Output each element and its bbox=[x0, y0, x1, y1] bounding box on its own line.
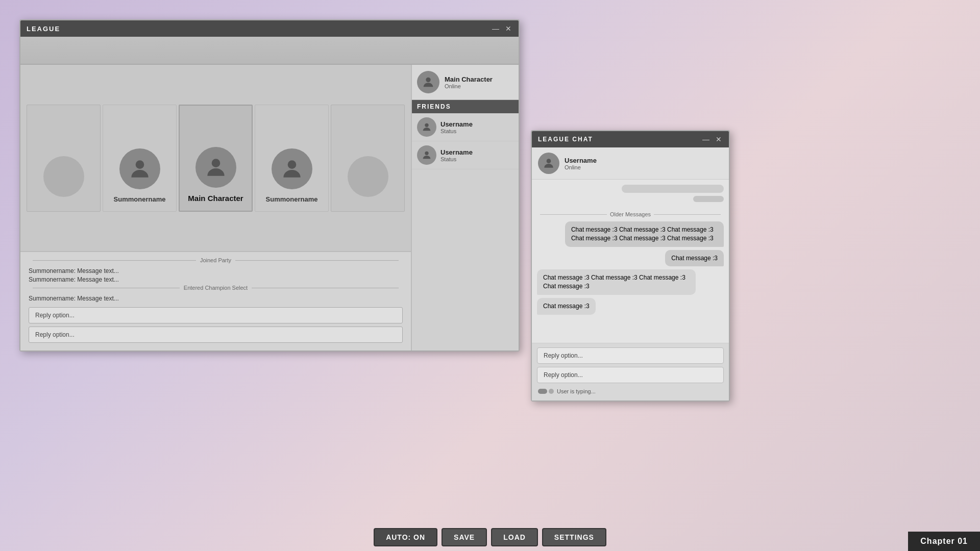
svg-point-1 bbox=[211, 159, 220, 167]
summoner-name: Summonername bbox=[266, 195, 318, 203]
user-icon bbox=[203, 155, 229, 180]
league-content: Summonername Main Character bbox=[20, 65, 519, 350]
chat-minimize-button[interactable]: — bbox=[701, 135, 710, 143]
typing-dots bbox=[538, 389, 554, 394]
auto-button[interactable]: AUTO: ON bbox=[374, 528, 437, 546]
chat-close-button[interactable]: ✕ bbox=[715, 135, 723, 143]
chat-user-info: Username Online bbox=[565, 157, 597, 170]
close-button[interactable]: ✕ bbox=[504, 24, 512, 33]
summoner-slot[interactable]: Summonername bbox=[255, 105, 329, 212]
svg-point-5 bbox=[425, 152, 428, 155]
friend-user-icon bbox=[421, 149, 432, 161]
profile-avatar bbox=[417, 71, 439, 93]
svg-point-0 bbox=[135, 160, 144, 169]
friend-info: Username Status bbox=[440, 120, 473, 134]
friend-item[interactable]: Username Status bbox=[412, 141, 519, 169]
chat-titlebar: LEAGUE CHAT — ✕ bbox=[532, 131, 729, 147]
chat-user-icon bbox=[542, 157, 555, 170]
chat-reply-button[interactable]: Reply option... bbox=[537, 347, 724, 364]
svg-point-4 bbox=[425, 123, 428, 127]
save-button[interactable]: SAVE bbox=[442, 528, 487, 546]
main-character-name: Main Character bbox=[188, 194, 243, 203]
older-messages-divider: Older Messages bbox=[537, 211, 724, 217]
friend-list: Username Status Username Status bbox=[412, 113, 519, 350]
friend-user-icon bbox=[421, 121, 432, 133]
chat-message: Summonername: Message text... bbox=[29, 267, 403, 274]
league-window: LEAGUE — ✕ bbox=[19, 19, 520, 352]
party-area: Summonername Main Character bbox=[20, 65, 411, 251]
chat-messages-area: Older Messages Chat message :3 Chat mess… bbox=[532, 180, 729, 343]
bottom-toolbar: AUTO: ON SAVE LOAD SETTINGS bbox=[0, 523, 980, 551]
chat-user-avatar bbox=[538, 153, 559, 174]
profile-name: Main Character bbox=[445, 76, 493, 83]
typing-indicator: User is typing... bbox=[537, 386, 724, 396]
chat-log-panel: Joined Party Summonername: Message text.… bbox=[20, 251, 411, 350]
friends-section-title: FRIENDS bbox=[412, 100, 519, 113]
reply-option-button[interactable]: Reply option... bbox=[29, 327, 403, 343]
friend-status: Status bbox=[440, 156, 473, 162]
friend-name: Username bbox=[440, 120, 473, 128]
typing-dot bbox=[538, 389, 547, 394]
typing-dot bbox=[549, 389, 554, 394]
chat-window-controls: — ✕ bbox=[701, 135, 723, 143]
avatar bbox=[272, 148, 312, 189]
league-window-title: LEAGUE bbox=[27, 25, 60, 33]
typing-text: User is typing... bbox=[557, 388, 596, 394]
chat-window: LEAGUE CHAT — ✕ Username Online Older Me… bbox=[531, 130, 730, 402]
chat-bubble-right: Chat message :3 Chat message :3 Chat mes… bbox=[565, 221, 724, 247]
profile-status: Online bbox=[445, 83, 493, 89]
chat-bubble-left: Chat message :3 bbox=[537, 298, 596, 315]
chapter-badge: Chapter 01 bbox=[908, 532, 980, 551]
chat-message: Summonername: Message text... bbox=[29, 276, 403, 283]
summoner-slot[interactable] bbox=[331, 105, 405, 212]
svg-point-2 bbox=[287, 160, 296, 169]
settings-button[interactable]: SETTINGS bbox=[542, 528, 606, 546]
chat-user-status: Online bbox=[565, 164, 597, 170]
summoner-slot[interactable]: Summonername bbox=[103, 105, 177, 212]
svg-point-6 bbox=[547, 159, 551, 163]
joined-party-divider: Joined Party bbox=[29, 257, 403, 263]
chat-bubble-right: Chat message :3 bbox=[665, 250, 724, 267]
friend-status: Status bbox=[440, 128, 473, 134]
friend-name: Username bbox=[440, 148, 473, 156]
user-icon bbox=[127, 156, 153, 182]
friend-item[interactable]: Username Status bbox=[412, 113, 519, 141]
skeleton-bar-small bbox=[693, 196, 724, 202]
league-header bbox=[20, 37, 519, 65]
load-button[interactable]: LOAD bbox=[491, 528, 538, 546]
profile-user-icon bbox=[421, 75, 435, 89]
summoner-slot[interactable] bbox=[27, 105, 101, 212]
league-titlebar: LEAGUE — ✕ bbox=[20, 20, 519, 37]
chat-profile-bar: Username Online bbox=[532, 147, 729, 180]
reply-options: Reply option... Reply option... bbox=[29, 307, 403, 343]
friend-info: Username Status bbox=[440, 148, 473, 162]
avatar bbox=[43, 156, 84, 197]
window-controls: — ✕ bbox=[491, 24, 512, 33]
summoner-name: Summonername bbox=[114, 195, 166, 203]
profile-header: Main Character Online bbox=[412, 65, 519, 100]
chat-window-title: LEAGUE CHAT bbox=[538, 136, 593, 143]
profile-info: Main Character Online bbox=[445, 76, 493, 89]
minimize-button[interactable]: — bbox=[491, 24, 500, 33]
summoner-slot-main[interactable]: Main Character bbox=[179, 105, 253, 212]
svg-point-3 bbox=[426, 78, 430, 82]
chat-reply-area: Reply option... Reply option... User is … bbox=[532, 343, 729, 400]
user-icon bbox=[279, 156, 305, 182]
reply-option-button[interactable]: Reply option... bbox=[29, 307, 403, 323]
right-panel: Main Character Online FRIENDS Username bbox=[412, 65, 519, 350]
avatar bbox=[195, 147, 236, 188]
skeleton-bar bbox=[622, 185, 724, 193]
chat-username: Username bbox=[565, 157, 597, 164]
friend-avatar bbox=[417, 145, 436, 165]
champion-select-divider: Entered Champion Select bbox=[29, 285, 403, 291]
avatar bbox=[348, 156, 388, 197]
friend-avatar bbox=[417, 117, 436, 137]
chat-reply-button[interactable]: Reply option... bbox=[537, 367, 724, 383]
avatar bbox=[119, 148, 160, 189]
chat-bubble-left: Chat message :3 Chat message :3 Chat mes… bbox=[537, 269, 696, 295]
chat-message: Summonername: Message text... bbox=[29, 295, 403, 302]
left-panel: Summonername Main Character bbox=[20, 65, 412, 350]
